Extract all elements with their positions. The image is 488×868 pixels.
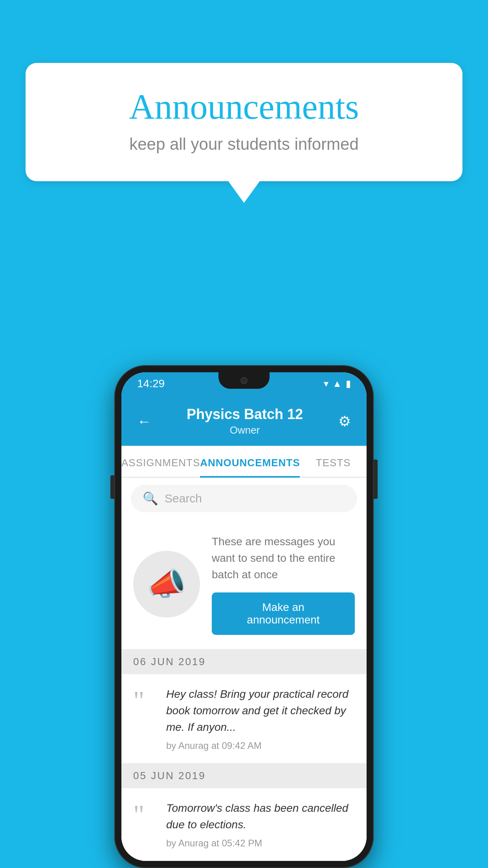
notch xyxy=(218,372,270,389)
status-icons: ▾ ▲ ▮ xyxy=(324,378,351,389)
announcement-item-2[interactable]: " Tomorrow's class has been cancelled du… xyxy=(121,788,367,861)
speech-bubble-tail xyxy=(228,181,260,203)
search-bar[interactable]: 🔍 Search xyxy=(131,485,357,512)
header-subtitle: Owner xyxy=(187,424,303,436)
announcement-item-1[interactable]: " Hey class! Bring your practical record… xyxy=(121,674,367,763)
status-time: 14:29 xyxy=(137,377,165,390)
bubble-title: Announcements xyxy=(57,86,431,127)
speech-bubble-section: Announcements keep all your students inf… xyxy=(26,63,462,203)
megaphone-circle: 📣 xyxy=(133,551,200,618)
tabs-bar: ASSIGNMENTS ANNOUNCEMENTS TESTS xyxy=(121,446,367,478)
back-button[interactable]: ← xyxy=(137,413,151,430)
tab-assignments[interactable]: ASSIGNMENTS xyxy=(121,446,200,477)
gear-icon[interactable]: ⚙ xyxy=(338,413,351,430)
search-container: 🔍 Search xyxy=(121,478,367,519)
quote-icon-1: " xyxy=(133,690,157,712)
announcement-content-1: Hey class! Bring your practical record b… xyxy=(166,686,355,751)
quote-icon-2: " xyxy=(133,804,157,826)
announcement-text-2: Tomorrow's class has been cancelled due … xyxy=(166,800,355,833)
phone-mockup: 14:29 ▾ ▲ ▮ ← Physics Batch 12 Owner ⚙ xyxy=(114,365,374,868)
tab-tests[interactable]: TESTS xyxy=(300,446,367,477)
status-bar: 14:29 ▾ ▲ ▮ xyxy=(121,372,367,395)
date-separator-2: 05 JUN 2019 xyxy=(121,763,367,788)
header-title: Physics Batch 12 xyxy=(187,406,303,423)
make-announcement-button[interactable]: Make an announcement xyxy=(212,592,355,635)
announcement-meta-1: by Anurag at 09:42 AM xyxy=(166,740,355,751)
bubble-subtitle: keep all your students informed xyxy=(57,135,431,154)
prompt-description: These are messages you want to send to t… xyxy=(212,533,355,583)
phone-screen: 14:29 ▾ ▲ ▮ ← Physics Batch 12 Owner ⚙ xyxy=(121,372,367,861)
tab-announcements[interactable]: ANNOUNCEMENTS xyxy=(200,446,300,477)
search-placeholder: Search xyxy=(165,492,202,505)
search-icon: 🔍 xyxy=(143,491,158,506)
announcement-prompt: 📣 These are messages you want to send to… xyxy=(121,519,367,649)
announcement-meta-2: by Anurag at 05:42 PM xyxy=(166,838,355,849)
announcement-text-1: Hey class! Bring your practical record b… xyxy=(166,686,355,736)
battery-icon: ▮ xyxy=(346,378,351,389)
app-header: ← Physics Batch 12 Owner ⚙ xyxy=(121,395,367,446)
header-center: Physics Batch 12 Owner xyxy=(187,406,303,436)
notch-camera xyxy=(240,377,248,384)
prompt-right: These are messages you want to send to t… xyxy=(212,533,355,635)
signal-icon: ▲ xyxy=(332,378,342,389)
wifi-icon: ▾ xyxy=(324,378,328,389)
phone-outer: 14:29 ▾ ▲ ▮ ← Physics Batch 12 Owner ⚙ xyxy=(114,365,374,868)
date-separator-1: 06 JUN 2019 xyxy=(121,649,367,674)
speech-bubble-card: Announcements keep all your students inf… xyxy=(26,63,462,181)
announcement-content-2: Tomorrow's class has been cancelled due … xyxy=(166,800,355,849)
megaphone-icon: 📣 xyxy=(147,566,186,603)
